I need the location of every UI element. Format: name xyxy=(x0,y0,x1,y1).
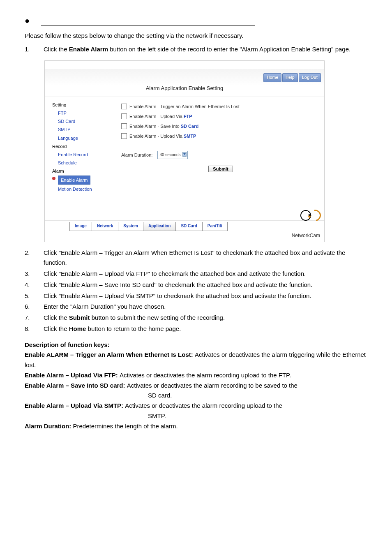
checkbox-label: Enable Alarm - Upload Via SMTP xyxy=(129,132,196,140)
step-7: Click the Submit button to submit the ne… xyxy=(25,313,367,323)
brand-logo-icon xyxy=(300,210,321,221)
checkbox-icon[interactable] xyxy=(121,104,127,109)
checkbox-label-pre: Enable Alarm - Save Into xyxy=(129,124,181,129)
help-button[interactable]: Help xyxy=(282,73,298,83)
tab-sdcard[interactable]: SD Card xyxy=(175,222,202,231)
desc-val: Activates or deactivates the alarm recor… xyxy=(125,402,282,409)
checkbox-label-link: FTP xyxy=(184,114,192,119)
desc-row-4: Enable Alarm – Upload Via SMTP: Activate… xyxy=(25,401,367,411)
desc-key: Enable Alarm – Upload Via SMTP: xyxy=(25,402,125,409)
step-7-post: button to submit the new setting of the … xyxy=(90,314,225,321)
steps-list-cont: Click "Enable Alarm – Trigger an Alarm W… xyxy=(25,248,367,334)
step-8-pre: Click the xyxy=(44,325,69,332)
step-5: Click "Enable Alarm – Upload Via SMTP" t… xyxy=(25,291,367,301)
step-1-bold: Enable Alarm xyxy=(69,46,108,53)
desc-row-3: Enable Alarm – Save Into SD card: Activa… xyxy=(25,381,367,391)
desc-key: Enable Alarm – Save Into SD card: xyxy=(25,382,127,389)
home-button[interactable]: Home xyxy=(263,73,281,83)
checkbox-icon[interactable] xyxy=(121,113,127,119)
blank-heading-underline xyxy=(41,18,255,25)
bottom-tabs-row: Image Network System Application SD Card… xyxy=(45,221,324,231)
desc-val: Activates or deactivates the alarm recor… xyxy=(127,382,297,389)
description-heading: Description of function keys: xyxy=(25,340,367,350)
desc-row-1: Enable ALARM – Trigger an Alarm When Eth… xyxy=(25,350,367,370)
checkbox-row-save-sdcard[interactable]: Enable Alarm - Save Into SD Card xyxy=(121,122,320,130)
sidebar-item-ftp[interactable]: FTP xyxy=(52,109,114,117)
checkbox-label: Enable Alarm - Upload Via FTP xyxy=(129,113,192,120)
checkbox-row-ethernet-lost[interactable]: Enable Alarm - Trigger an Alarm When Eth… xyxy=(121,103,320,110)
checkbox-label-link: SMTP xyxy=(184,134,196,139)
sidebar: Setting FTP SD Card SMTP Language Record… xyxy=(45,97,114,216)
step-7-bold: Submit xyxy=(69,314,90,321)
checkbox-label-pre: Enable Alarm - Upload Via xyxy=(129,114,184,119)
tab-network[interactable]: Network xyxy=(92,222,118,231)
section-bullet-row: ● xyxy=(25,16,367,28)
checkbox-icon[interactable] xyxy=(121,123,127,129)
sidebar-item-smtp[interactable]: SMTP xyxy=(52,126,114,133)
sidebar-item-enable-alarm[interactable]: Enable Alarm xyxy=(52,176,114,185)
step-8-bold: Home xyxy=(69,325,86,332)
bullet-icon: ● xyxy=(25,14,30,28)
desc-val: Predetermines the length of the alarm. xyxy=(73,423,178,430)
sidebar-item-sdcard[interactable]: SD Card xyxy=(52,118,114,125)
sidebar-item-language[interactable]: Language xyxy=(52,134,114,142)
alarm-duration-row: Alarm Duration: 30 seconds xyxy=(121,151,320,159)
step-8-post: button to return to the home page. xyxy=(86,325,181,332)
desc-key: Enable ALARM – Trigger an Alarm When Eth… xyxy=(25,351,195,358)
sidebar-item-schedule[interactable]: Schedule xyxy=(52,159,114,166)
alarm-duration-label: Alarm Duration: xyxy=(121,151,152,159)
desc-key: Enable Alarm – Upload Via FTP: xyxy=(25,372,120,379)
step-2: Click "Enable Alarm – Trigger an Alarm W… xyxy=(25,248,367,268)
checkbox-label-pre: Enable Alarm - Upload Via xyxy=(129,134,184,139)
submit-button[interactable]: Submit xyxy=(208,166,233,172)
step-1: Click the Enable Alarm button on the lef… xyxy=(25,44,367,55)
chevron-down-icon xyxy=(183,153,186,155)
embedded-screenshot: Home Help Log Out Alarm Application Enab… xyxy=(44,60,367,242)
sidebar-group-alarm: Alarm xyxy=(52,167,114,175)
step-8: Click the Home button to return to the h… xyxy=(25,324,367,334)
step-1-pre: Click the xyxy=(44,46,69,53)
checkbox-row-upload-smtp[interactable]: Enable Alarm - Upload Via SMTP xyxy=(121,132,320,140)
desc-row-3-cont: SD card. xyxy=(25,391,367,401)
logout-button[interactable]: Log Out xyxy=(299,73,321,83)
intro-text: Please follow the steps below to change … xyxy=(25,31,367,41)
sidebar-item-motion-detection[interactable]: Motion Detection xyxy=(52,185,114,193)
desc-row-5: Alarm Duration: Predetermines the length… xyxy=(25,421,367,432)
desc-key: Alarm Duration: xyxy=(25,423,73,430)
tab-application[interactable]: Application xyxy=(143,222,176,231)
alarm-duration-value: 30 seconds xyxy=(159,153,180,157)
checkbox-icon[interactable] xyxy=(121,133,127,139)
checkbox-label-link: SD Card xyxy=(181,124,198,129)
content-area: Enable Alarm - Trigger an Alarm When Eth… xyxy=(114,97,324,216)
step-1-post: button on the left side of the record to… xyxy=(108,46,350,53)
desc-row-4-cont: SMTP. xyxy=(25,411,367,421)
sidebar-item-enable-alarm-label: Enable Alarm xyxy=(58,176,90,185)
sidebar-item-enable-record[interactable]: Enable Record xyxy=(52,151,114,158)
desc-val: Activates or deactivates the alarm recor… xyxy=(120,372,291,379)
selection-dot-icon xyxy=(52,177,55,180)
checkbox-label: Enable Alarm - Save Into SD Card xyxy=(129,122,198,130)
checkbox-label: Enable Alarm - Trigger an Alarm When Eth… xyxy=(129,103,240,110)
tab-image[interactable]: Image xyxy=(69,222,92,231)
step-3: Click "Enable Alarm – Upload Via FTP" to… xyxy=(25,269,367,279)
sidebar-group-record: Record xyxy=(52,143,114,150)
step-7-pre: Click the xyxy=(44,314,69,321)
sidebar-group-setting: Setting xyxy=(52,101,114,109)
step-4: Click "Enable Alarm – Save Into SD card"… xyxy=(25,280,367,290)
alarm-duration-select[interactable]: 30 seconds xyxy=(157,151,187,159)
desc-row-2: Enable Alarm – Upload Via FTP: Activates… xyxy=(25,370,367,381)
footer-brand-label: NetworkCam xyxy=(45,231,324,242)
tab-pantilt[interactable]: Pan/Tilt xyxy=(202,222,228,231)
steps-list: Click the Enable Alarm button on the lef… xyxy=(25,44,367,55)
checkbox-row-upload-ftp[interactable]: Enable Alarm - Upload Via FTP xyxy=(121,113,320,120)
tab-system[interactable]: System xyxy=(118,222,143,231)
step-6: Enter the "Alarm Duration" you have chos… xyxy=(25,302,367,312)
top-buttons: Home Help Log Out xyxy=(263,73,321,83)
